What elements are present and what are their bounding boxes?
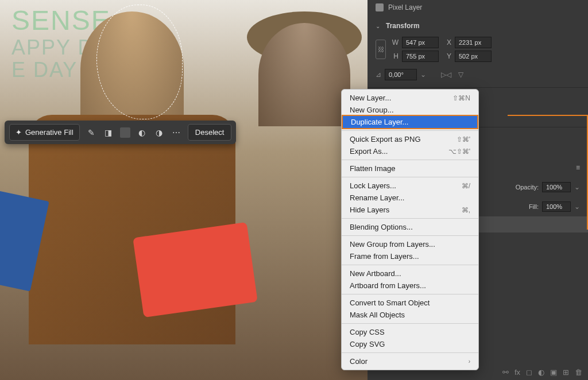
menu-separator	[342, 160, 478, 160]
menu-separator	[342, 235, 478, 236]
layer-type-row: Pixel Layer	[368, 0, 588, 15]
menu-item-export-as[interactable]: Export As...⌥⇧⌘'	[342, 145, 478, 157]
menu-item-label: Rename Layer...	[350, 193, 404, 202]
link-layers-icon[interactable]: ⚯	[502, 368, 509, 377]
gradient-icon[interactable]: ◑	[153, 127, 165, 138]
menu-item-label: Artboard from Layers...	[350, 281, 426, 290]
rotate-input[interactable]	[385, 69, 417, 80]
width-label: W	[389, 38, 399, 46]
flip-horizontal-icon[interactable]: ▷◁	[441, 71, 451, 79]
select-subject-icon[interactable]: ◨	[103, 127, 114, 138]
menu-item-label: Export As...	[350, 147, 388, 156]
menu-item-copy-css[interactable]: Copy CSS	[342, 326, 478, 338]
generative-fill-button[interactable]: ✦ Generative Fill	[9, 124, 80, 141]
menu-item-new-group-from-layers[interactable]: New Group from Layers...	[342, 238, 478, 250]
menu-item-label: Copy CSS	[350, 328, 385, 336]
menu-item-flatten-image[interactable]: Flatten Image	[342, 162, 478, 175]
generative-fill-label: Generative Fill	[25, 128, 74, 137]
more-icon[interactable]: ⋯	[171, 127, 182, 138]
menu-item-color[interactable]: Color›	[342, 355, 478, 367]
pixel-layer-icon	[376, 3, 384, 11]
menu-separator	[342, 218, 478, 219]
x-label: X	[442, 38, 451, 46]
menu-item-artboard-from-layers[interactable]: Artboard from Layers...	[342, 280, 478, 292]
opacity-dropdown-icon[interactable]: ⌄	[574, 183, 580, 191]
submenu-arrow-icon: ›	[469, 358, 470, 365]
fill-icon[interactable]	[120, 127, 130, 138]
fill-label: Fill:	[529, 203, 539, 210]
menu-item-duplicate-layer[interactable]: Duplicate Layer...	[342, 115, 478, 129]
canvas[interactable]: SENSE APPY DAY O E DAY ✦ Generative Fill…	[0, 0, 368, 380]
delete-icon[interactable]: 🗑	[575, 368, 582, 377]
flip-vertical-icon[interactable]: ▽	[458, 71, 463, 79]
menu-item-new-layer[interactable]: New Layer...⇧⌘N	[342, 92, 478, 104]
menu-item-label: Convert to Smart Object	[350, 298, 430, 307]
fill-input[interactable]	[542, 201, 571, 212]
menu-item-quick-export-as-png[interactable]: Quick Export as PNG⇧⌘'	[342, 133, 478, 145]
rotate-dropdown-icon[interactable]: ⌄	[420, 71, 426, 79]
menu-separator	[342, 177, 478, 177]
menu-item-shortcut: ⇧⌘N	[452, 94, 470, 102]
menu-item-new-group[interactable]: New Group...	[342, 104, 478, 116]
menu-item-copy-svg[interactable]: Copy SVG	[342, 338, 478, 350]
context-menu: New Layer...⇧⌘NNew Group...Duplicate Lay…	[341, 89, 479, 370]
opacity-input[interactable]	[542, 182, 571, 192]
menu-item-blending-options[interactable]: Blending Options...	[342, 221, 478, 233]
new-layer-icon[interactable]: ⊞	[563, 368, 569, 377]
menu-item-shortcut: ⇧⌘'	[457, 135, 470, 144]
link-dimensions-icon[interactable]: ⛓	[376, 40, 386, 59]
clipboard-orange	[133, 222, 258, 317]
x-input[interactable]	[455, 37, 492, 48]
person-2-head	[258, 23, 350, 126]
menu-separator	[342, 294, 478, 294]
height-label: H	[389, 52, 399, 60]
width-input[interactable]	[402, 37, 439, 48]
menu-item-label: New Group from Layers...	[350, 240, 435, 249]
menu-item-label: New Layer...	[350, 94, 391, 102]
group-icon[interactable]: ▣	[550, 368, 557, 377]
menu-item-hide-layers[interactable]: Hide Layers⌘,	[342, 204, 478, 216]
floating-toolbar: ✦ Generative Fill ✎ ◨ ◐ ◑ ⋯ Deselect	[5, 121, 236, 144]
fill-dropdown-icon[interactable]: ⌄	[574, 203, 580, 211]
menu-item-mask-all-objects[interactable]: Mask All Objects	[342, 309, 478, 321]
menu-item-convert-to-smart-object[interactable]: Convert to Smart Object	[342, 297, 478, 309]
menu-separator	[342, 265, 478, 265]
deselect-button[interactable]: Deselect	[188, 124, 232, 141]
transform-title: Transform	[386, 22, 420, 30]
menu-item-shortcut: ⌘/	[462, 182, 470, 190]
menu-item-shortcut: ⌥⇧⌘'	[448, 148, 470, 156]
menu-item-label: Copy SVG	[350, 340, 385, 348]
menu-item-shortcut: ⌘,	[462, 206, 470, 214]
collapse-icon[interactable]: ⌄	[376, 23, 380, 29]
y-input[interactable]	[455, 51, 492, 62]
rotate-icon: ⊿	[376, 71, 381, 79]
panel-menu-icon[interactable]: ≡	[576, 164, 580, 172]
opacity-label: Opacity:	[516, 184, 539, 191]
menu-item-label: New Group...	[350, 106, 394, 114]
menu-item-label: Color	[350, 357, 368, 366]
menu-item-new-artboard[interactable]: New Artboard...	[342, 267, 478, 280]
fx-icon[interactable]: fx	[514, 368, 520, 377]
mask-icon[interactable]: ◻	[526, 368, 532, 377]
menu-item-label: Flatten Image	[350, 164, 396, 173]
sparkle-icon: ✦	[16, 128, 22, 137]
adjustment-icon[interactable]: ◐	[136, 127, 148, 138]
layer-type-label: Pixel Layer	[388, 3, 422, 11]
menu-separator	[342, 323, 478, 324]
transform-section: ⌄ Transform ⛓ W X H Y ⊿	[368, 15, 588, 88]
menu-item-frame-from-layers[interactable]: Frame from Layers...	[342, 250, 478, 262]
menu-item-label: Lock Layers...	[350, 181, 396, 190]
layers-bottom-bar: ⚯ fx ◻ ◐ ▣ ⊞ 🗑	[502, 368, 582, 377]
adjustment-layer-icon[interactable]: ◐	[538, 368, 544, 377]
annotation-line	[508, 115, 588, 116]
menu-item-rename-layer[interactable]: Rename Layer...	[342, 192, 478, 204]
menu-item-label: Hide Layers	[350, 205, 389, 214]
brush-icon[interactable]: ✎	[86, 127, 97, 138]
menu-item-label: Quick Export as PNG	[350, 135, 421, 144]
menu-separator	[342, 352, 478, 353]
menu-item-lock-layers[interactable]: Lock Layers...⌘/	[342, 180, 478, 192]
height-input[interactable]	[402, 51, 439, 62]
menu-item-label: Duplicate Layer...	[351, 118, 408, 126]
menu-item-label: Frame from Layers...	[350, 252, 419, 261]
menu-item-label: Blending Options...	[350, 223, 413, 231]
